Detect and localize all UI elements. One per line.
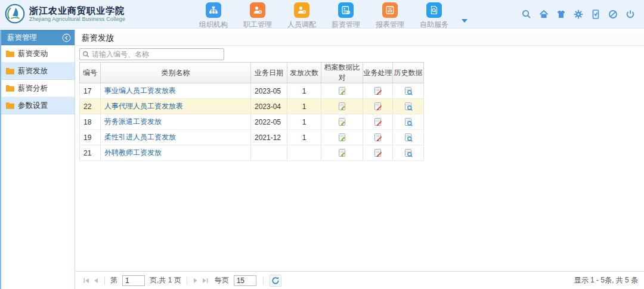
block-icon[interactable]: [608, 9, 618, 20]
sidebar-item-label: 薪资分析: [18, 83, 48, 94]
folder-icon: [6, 85, 14, 92]
sidebar-collapse-button[interactable]: [62, 33, 71, 42]
nav-label: 职工管理: [243, 20, 272, 30]
nav-label: 人员调配: [287, 20, 316, 30]
main-navigation: 组织机构 职工管理: [197, 2, 467, 30]
col-header-date[interactable]: 业务日期: [251, 63, 287, 83]
col-header-name[interactable]: 类别名称: [101, 63, 251, 83]
cell-id: 18: [80, 114, 101, 130]
table-row[interactable]: 18 劳务派遣工资发放 2022-05 1: [80, 114, 424, 130]
business-process-icon[interactable]: [373, 117, 383, 127]
report-manage-icon: [382, 2, 398, 18]
cell-count: [287, 145, 321, 161]
row-name-link[interactable]: 人事代理人员工资发放表: [104, 102, 183, 110]
main-panel: 薪资发放 编号 类别名称 业务日期: [76, 30, 644, 289]
page-title: 薪资发放: [76, 30, 644, 46]
sidebar-item-parameter-settings[interactable]: 参数设置: [1, 97, 75, 114]
nav-item-personnel[interactable]: 人员调配: [285, 2, 318, 30]
page-number-input[interactable]: [122, 275, 145, 286]
row-name-link[interactable]: 劳务派遣工资发放: [104, 117, 162, 126]
search-box: [79, 48, 224, 60]
nav-label: 薪资管理: [332, 20, 360, 30]
search-input-icon: [82, 51, 89, 58]
per-page-input[interactable]: [234, 275, 256, 286]
last-page-button[interactable]: [200, 276, 210, 285]
sidebar: 薪资管理 薪资变动 薪资发放: [1, 30, 75, 289]
table-row[interactable]: 19 柔性引进人员工资发放 2021-12 1: [80, 130, 424, 145]
pager-divider: [263, 276, 264, 285]
row-name-link[interactable]: 事业编人员工资发放表: [104, 86, 176, 95]
theme-shirt-icon[interactable]: [556, 9, 566, 20]
app-window: 浙江农业商贸职业学院 Zhejiang Agricultural Busines…: [0, 0, 644, 289]
pager-divider: [104, 276, 105, 285]
refresh-button[interactable]: [270, 275, 281, 287]
cell-count: 1: [287, 114, 321, 130]
archive-compare-icon[interactable]: [338, 102, 347, 111]
business-process-icon[interactable]: [373, 133, 383, 142]
archive-compare-icon[interactable]: [338, 133, 347, 142]
org-chart-icon: [206, 2, 221, 18]
search-input[interactable]: [92, 50, 221, 58]
home-icon[interactable]: [538, 9, 549, 20]
sidebar-item-salary-change[interactable]: 薪资变动: [1, 45, 75, 63]
last-page-icon: [202, 277, 209, 284]
power-icon[interactable]: [625, 9, 636, 20]
first-page-button[interactable]: [82, 276, 91, 285]
pagination-bar: 第 页,共 1 页 每页 显示: [76, 271, 644, 289]
business-process-icon[interactable]: [373, 148, 383, 158]
table-row[interactable]: 17 事业编人员工资发放表 2023-05 1: [80, 83, 424, 99]
row-name-link[interactable]: 外聘教师工资发放: [104, 148, 162, 157]
pager-divider: [187, 276, 187, 285]
nav-more-caret-icon[interactable]: [462, 19, 467, 23]
cell-count: 1: [287, 130, 321, 145]
col-header-process[interactable]: 业务处理: [363, 63, 393, 83]
cell-id: 19: [80, 130, 101, 145]
nav-item-report[interactable]: 报表管理: [373, 2, 407, 30]
folder-icon: [6, 50, 14, 57]
self-service-icon: [426, 2, 442, 18]
cell-count: 1: [287, 83, 321, 99]
nav-item-selfservice[interactable]: 自助服务: [417, 2, 451, 30]
col-header-count[interactable]: 发放次数: [287, 63, 321, 83]
col-header-id[interactable]: 编号: [80, 63, 101, 83]
archive-compare-icon[interactable]: [338, 117, 347, 127]
nav-item-salary[interactable]: 薪资管理: [329, 2, 363, 30]
nav-label: 报表管理: [376, 20, 404, 30]
col-header-compare[interactable]: 档案数据比对: [321, 63, 363, 83]
page-suffix-label: 页,共 1 页: [150, 275, 181, 285]
row-name-link[interactable]: 柔性引进人员工资发放: [104, 133, 176, 141]
history-view-icon[interactable]: [404, 133, 413, 142]
nav-item-staff[interactable]: 职工管理: [241, 2, 274, 30]
archive-compare-icon[interactable]: [338, 148, 347, 158]
col-header-history[interactable]: 历史数据: [393, 63, 424, 83]
archive-compare-icon[interactable]: [338, 86, 347, 96]
cell-date: 2021-12: [251, 130, 287, 145]
cell-date: [251, 145, 287, 161]
page-prefix-label: 第: [110, 275, 117, 285]
first-page-icon: [83, 277, 90, 284]
previous-page-button[interactable]: [91, 276, 101, 285]
sidebar-item-salary-analysis[interactable]: 薪资分析: [1, 80, 75, 97]
sidebar-item-salary-payment[interactable]: 薪资发放: [1, 63, 75, 80]
next-page-button[interactable]: [191, 276, 200, 285]
business-process-icon[interactable]: [373, 86, 383, 96]
folder-icon: [6, 67, 14, 74]
history-view-icon[interactable]: [404, 117, 413, 127]
business-process-icon[interactable]: [373, 102, 383, 111]
search-icon[interactable]: [521, 9, 532, 20]
chevron-left-icon: [62, 33, 71, 42]
college-name-cn: 浙江农业商贸职业学院: [29, 6, 125, 16]
per-page-label: 每页: [215, 275, 229, 285]
history-view-icon[interactable]: [404, 86, 413, 96]
document-check-icon[interactable]: [590, 9, 601, 20]
quick-actions: [521, 0, 636, 29]
nav-item-org[interactable]: 组织机构: [197, 2, 230, 30]
history-view-icon[interactable]: [404, 102, 413, 111]
payment-table: 编号 类别名称 业务日期 发放次数 档案数据比对 业务处理 历史数据 17 事业…: [79, 62, 424, 161]
college-logo: 浙江农业商贸职业学院 Zhejiang Agricultural Busines…: [5, 4, 125, 24]
history-view-icon[interactable]: [404, 148, 413, 158]
college-name-en: Zhejiang Agricultural Business College: [29, 16, 125, 22]
table-row[interactable]: 22 人事代理人员工资发放表 2023-04 1: [80, 99, 424, 114]
settings-gear-icon[interactable]: [573, 9, 584, 20]
table-row[interactable]: 21 外聘教师工资发放: [80, 145, 424, 161]
